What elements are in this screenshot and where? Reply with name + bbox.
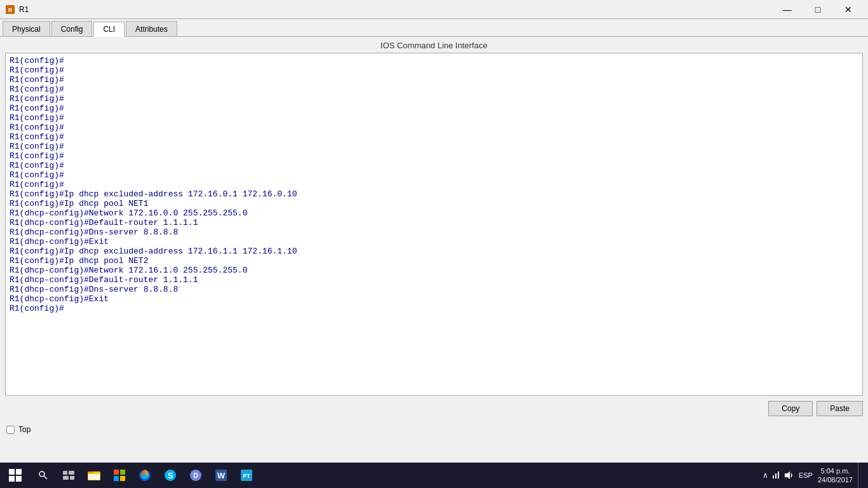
taskbar-word-icon[interactable]: W bbox=[208, 463, 234, 488]
main-window: R R1 — □ ✕ Physical Config CLI Attribute… bbox=[0, 0, 868, 463]
svg-rect-10 bbox=[88, 474, 100, 480]
taskbar-store-icon[interactable] bbox=[107, 463, 132, 488]
terminal-wrapper: R1(config)# R1(config)# R1(config)# R1(c… bbox=[5, 53, 863, 396]
tab-physical[interactable]: Physical bbox=[3, 21, 50, 36]
taskbar-clock: 5:04 p.m. 24/08/2017 bbox=[818, 466, 853, 485]
taskbar-cisco-icon[interactable]: PT bbox=[234, 463, 259, 488]
network-icon bbox=[771, 470, 781, 480]
cli-section-title: IOS Command Line Interface bbox=[0, 37, 868, 53]
top-checkbox[interactable] bbox=[6, 426, 15, 434]
taskbar-firefox-icon[interactable] bbox=[132, 463, 158, 488]
svg-rect-6 bbox=[63, 476, 69, 480]
clock-date: 24/08/2017 bbox=[818, 475, 853, 484]
svg-rect-9 bbox=[88, 471, 93, 473]
tray-chevron[interactable]: ∧ bbox=[763, 471, 768, 480]
close-button[interactable]: ✕ bbox=[834, 0, 863, 19]
title-bar-controls: — □ ✕ bbox=[773, 0, 863, 19]
svg-rect-12 bbox=[120, 470, 125, 475]
svg-rect-25 bbox=[773, 475, 774, 478]
tab-config[interactable]: Config bbox=[51, 21, 93, 36]
taskbar-discord-icon[interactable]: D bbox=[183, 463, 208, 488]
task-view-button[interactable] bbox=[56, 463, 81, 488]
language-indicator: ESP bbox=[799, 471, 813, 479]
svg-rect-26 bbox=[775, 473, 776, 478]
clock-time: 5:04 p.m. bbox=[821, 466, 850, 475]
terminal-content[interactable]: R1(config)# R1(config)# R1(config)# R1(c… bbox=[6, 53, 862, 395]
maximize-button[interactable]: □ bbox=[803, 0, 832, 19]
svg-rect-13 bbox=[114, 476, 119, 481]
tab-bar: Physical Config CLI Attributes bbox=[0, 19, 868, 37]
svg-rect-4 bbox=[63, 471, 67, 475]
taskbar-left: S D W PT bbox=[0, 463, 259, 488]
taskbar-skype-icon[interactable]: S bbox=[158, 463, 183, 488]
svg-rect-7 bbox=[70, 476, 74, 480]
svg-text:D: D bbox=[193, 472, 198, 479]
svg-rect-5 bbox=[69, 471, 74, 475]
start-button[interactable] bbox=[0, 463, 31, 488]
svg-point-2 bbox=[39, 471, 44, 477]
tab-attributes[interactable]: Attributes bbox=[126, 21, 177, 36]
top-checkbox-label[interactable]: Top bbox=[18, 425, 31, 434]
svg-marker-28 bbox=[785, 471, 790, 479]
show-desktop-button[interactable] bbox=[858, 463, 863, 488]
windows-logo bbox=[9, 469, 22, 482]
top-checkbox-bar: Top bbox=[0, 421, 868, 438]
title-bar-left: R R1 bbox=[5, 4, 29, 15]
sys-tray: ∧ bbox=[763, 470, 794, 480]
paste-button[interactable]: Paste bbox=[817, 401, 863, 416]
taskbar-right: ∧ ESP 5:04 p.m. 24/08/2017 bbox=[763, 463, 868, 488]
volume-icon bbox=[783, 470, 794, 480]
svg-text:W: W bbox=[217, 471, 226, 480]
svg-rect-27 bbox=[778, 471, 779, 478]
minimize-button[interactable]: — bbox=[773, 0, 802, 19]
svg-rect-14 bbox=[120, 476, 125, 481]
copy-button[interactable]: Copy bbox=[768, 401, 813, 416]
window-title: R1 bbox=[19, 5, 29, 14]
tab-cli[interactable]: CLI bbox=[93, 22, 125, 37]
svg-text:R: R bbox=[8, 7, 13, 13]
taskbar: S D W PT ∧ bbox=[0, 463, 868, 488]
svg-text:S: S bbox=[168, 471, 173, 480]
app-icon: R bbox=[5, 4, 15, 15]
svg-rect-11 bbox=[114, 470, 119, 475]
search-button[interactable] bbox=[31, 463, 56, 488]
svg-line-3 bbox=[44, 477, 48, 480]
bottom-bar: Copy Paste bbox=[0, 396, 868, 421]
taskbar-explorer-icon[interactable] bbox=[81, 463, 107, 488]
svg-text:PT: PT bbox=[243, 473, 250, 479]
title-bar: R R1 — □ ✕ bbox=[0, 0, 868, 19]
